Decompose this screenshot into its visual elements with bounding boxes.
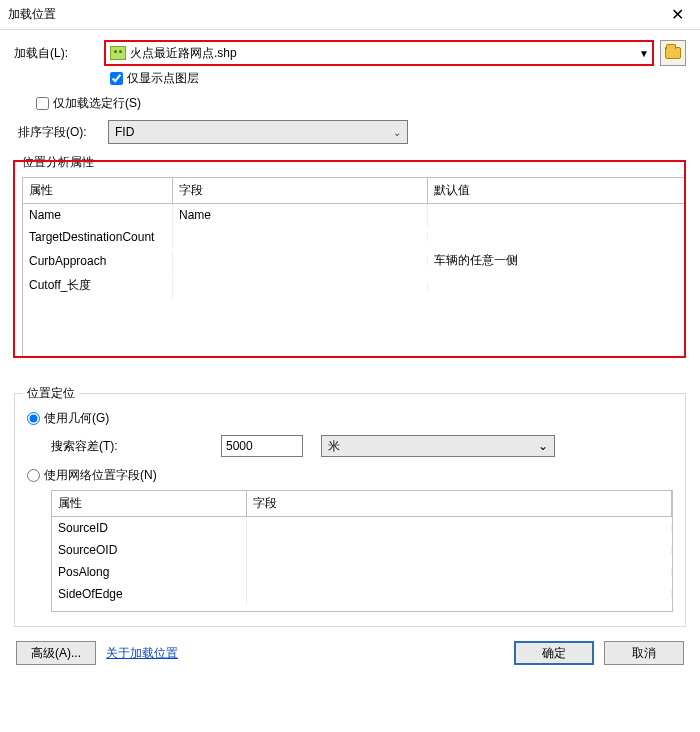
- close-icon[interactable]: ✕: [662, 0, 692, 30]
- load-selected-rows-label: 仅加载选定行(S): [53, 95, 141, 112]
- cell-attr: PosAlong: [52, 561, 247, 583]
- ok-button[interactable]: 确定: [514, 641, 594, 665]
- col-attr[interactable]: 属性: [52, 491, 247, 516]
- use-net-fields-label: 使用网络位置字段(N): [44, 467, 157, 484]
- cell-attr: Cutoff_长度: [23, 273, 173, 298]
- chevron-down-icon: ⌄: [393, 127, 401, 138]
- sort-field-select[interactable]: FID ⌄: [108, 120, 408, 144]
- tolerance-input[interactable]: [221, 435, 303, 457]
- table-row[interactable]: CurbApproach 车辆的任意一侧: [23, 248, 685, 273]
- show-point-layers-label: 仅显示点图层: [127, 70, 199, 87]
- advanced-button[interactable]: 高级(A)...: [16, 641, 96, 665]
- table-row[interactable]: SourceOID: [52, 539, 672, 561]
- cell-field: [247, 546, 672, 554]
- cell-field: [247, 524, 672, 532]
- load-from-combo[interactable]: 火点最近路网点.shp ▼: [104, 40, 654, 66]
- locate-legend: 位置定位: [23, 385, 79, 402]
- cancel-button[interactable]: 取消: [604, 641, 684, 665]
- cell-attr: SourceOID: [52, 539, 247, 561]
- table-row[interactable]: Cutoff_长度: [23, 273, 685, 298]
- table-row[interactable]: PosAlong: [52, 561, 672, 583]
- unit-value: 米: [328, 438, 340, 455]
- cell-default: 车辆的任意一侧: [428, 248, 685, 273]
- cell-attr: SourceID: [52, 517, 247, 539]
- show-point-layers-checkbox[interactable]: [110, 72, 123, 85]
- folder-open-icon: [665, 47, 681, 59]
- window-title: 加载位置: [8, 6, 56, 23]
- cell-field: Name: [173, 204, 428, 226]
- attr-section-title: 位置分析属性: [22, 154, 686, 171]
- load-from-value: 火点最近路网点.shp: [130, 45, 636, 62]
- cell-default: [428, 211, 685, 219]
- unit-select[interactable]: 米 ⌄: [321, 435, 555, 457]
- locate-group: 位置定位 使用几何(G) 搜索容差(T): 米 ⌄ 使用网络位置字段(N) 属性…: [14, 393, 686, 627]
- cell-attr: CurbApproach: [23, 250, 173, 272]
- table-row[interactable]: Name Name: [23, 204, 685, 226]
- col-attr[interactable]: 属性: [23, 178, 173, 203]
- col-field[interactable]: 字段: [173, 178, 428, 203]
- chevron-down-icon: ⌄: [538, 439, 548, 453]
- cell-default: [428, 233, 685, 241]
- table-row[interactable]: SourceID: [52, 517, 672, 539]
- cell-field: [247, 568, 672, 576]
- col-field[interactable]: 字段: [247, 491, 672, 516]
- sort-field-label: 排序字段(O):: [18, 124, 108, 141]
- table-row[interactable]: SideOfEdge: [52, 583, 672, 605]
- cell-default: [428, 282, 685, 290]
- table-row[interactable]: TargetDestinationCount: [23, 226, 685, 248]
- sort-field-value: FID: [115, 125, 134, 139]
- browse-button[interactable]: [660, 40, 686, 66]
- tolerance-label: 搜索容差(T):: [51, 438, 221, 455]
- cell-attr: SideOfEdge: [52, 583, 247, 605]
- use-net-fields-radio[interactable]: [27, 469, 40, 482]
- net-fields-table: 属性 字段 SourceID SourceOID PosAlong SideOf…: [51, 490, 673, 612]
- load-selected-rows-checkbox[interactable]: [36, 97, 49, 110]
- load-from-label: 加载自(L):: [14, 45, 104, 62]
- cell-field: [173, 282, 428, 290]
- cell-field: [173, 233, 428, 241]
- col-default[interactable]: 默认值: [428, 178, 685, 203]
- cell-attr: Name: [23, 204, 173, 226]
- use-geometry-radio[interactable]: [27, 412, 40, 425]
- cell-attr: TargetDestinationCount: [23, 226, 173, 248]
- use-geometry-label: 使用几何(G): [44, 410, 109, 427]
- layer-points-icon: [110, 46, 126, 60]
- chevron-down-icon[interactable]: ▼: [636, 48, 652, 59]
- cell-field: [173, 257, 428, 265]
- cell-field: [247, 590, 672, 598]
- attr-table: 属性 字段 默认值 Name Name TargetDestinationCou…: [22, 177, 686, 357]
- about-link[interactable]: 关于加载位置: [106, 645, 178, 662]
